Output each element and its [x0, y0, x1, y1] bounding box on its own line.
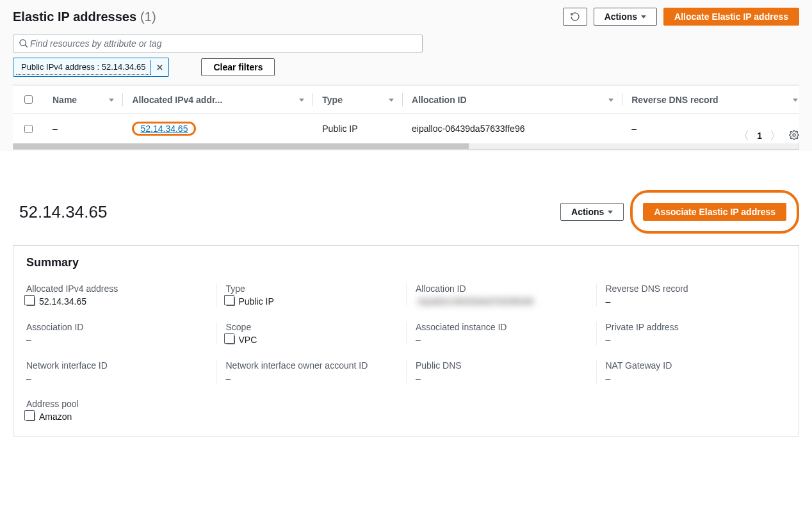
table-settings-button[interactable]: [789, 130, 799, 142]
refresh-button[interactable]: [563, 8, 587, 26]
actions-label: Actions: [571, 207, 604, 217]
field-nat-gateway: NAT Gateway ID –: [596, 360, 786, 383]
filter-row: Public IPv4 address : 52.14.34.65 ✕ Clea…: [13, 58, 799, 77]
caret-down-icon: [641, 15, 646, 19]
field-type: Type Public IP: [216, 284, 407, 307]
field-association-id: Association ID –: [26, 322, 216, 345]
summary-grid: Allocated IPv4 address 52.14.34.65 Type …: [26, 284, 786, 422]
select-all-checkbox[interactable]: [24, 95, 33, 104]
refresh-icon: [570, 12, 580, 22]
pagination: 〈 1 〉: [738, 128, 799, 143]
field-allocation-id: Allocation ID eipalloc-06439da57633ffe96: [406, 284, 596, 307]
copy-icon[interactable]: [226, 297, 235, 306]
svg-point-0: [20, 40, 26, 45]
horizontal-scrollbar[interactable]: [13, 143, 799, 150]
copy-icon[interactable]: [26, 297, 35, 306]
resource-count: (1): [140, 10, 156, 24]
field-address-pool: Address pool Amazon: [26, 399, 216, 422]
detail-header: 52.14.34.65 Actions Associate Elastic IP…: [13, 186, 799, 245]
redacted-value: eipalloc-06439da57633ffe96: [416, 296, 536, 307]
filter-token: Public IPv4 address : 52.14.34.65 ✕: [13, 58, 169, 77]
copy-icon[interactable]: [26, 412, 35, 421]
row-select-checkbox[interactable]: [24, 125, 33, 133]
filter-token-remove[interactable]: ✕: [150, 60, 168, 75]
table-header-row: Name Allocated IPv4 addr... Type Allocat…: [13, 86, 799, 114]
field-nif-owner-account: Network interface owner account ID –: [216, 360, 407, 383]
field-scope: Scope VPC: [216, 322, 407, 345]
col-allocated-ipv4[interactable]: Allocated IPv4 addr...: [123, 86, 313, 114]
clear-filters-button[interactable]: Clear filters: [201, 58, 275, 76]
summary-box: Summary Allocated IPv4 address 52.14.34.…: [13, 245, 799, 436]
sort-icon: [109, 99, 114, 102]
col-reverse-dns[interactable]: Reverse DNS record: [622, 86, 799, 114]
field-reverse-dns: Reverse DNS record –: [596, 284, 786, 307]
next-page-button[interactable]: 〉: [770, 128, 781, 143]
summary-title: Summary: [26, 256, 786, 269]
eip-list-panel: Elastic IP addresses (1) Actions Allocat…: [0, 0, 812, 150]
actions-label: Actions: [605, 12, 637, 22]
sort-icon: [793, 99, 798, 102]
sort-icon: [608, 99, 613, 102]
svg-point-2: [793, 134, 795, 136]
detail-title: 52.14.34.65: [19, 202, 107, 222]
sort-icon: [389, 99, 394, 102]
cell-allocation-id: eipalloc-06439da57633ffe96: [403, 114, 622, 144]
gear-icon: [789, 130, 799, 140]
allocate-eip-button[interactable]: Allocate Elastic IP address: [663, 8, 799, 26]
cell-type: Public IP: [313, 114, 403, 144]
page-title-wrap: Elastic IP addresses (1): [13, 10, 156, 24]
copy-icon[interactable]: [226, 335, 235, 344]
highlight-ring: Associate Elastic IP address: [630, 190, 799, 234]
cell-allocated-ipv4: 52.14.34.65: [123, 114, 313, 144]
search-box[interactable]: [13, 35, 423, 52]
page-title: Elastic IP addresses: [13, 10, 136, 24]
table-row[interactable]: – 52.14.34.65 Public IP eipalloc-06439da…: [13, 114, 799, 144]
detail-actions-dropdown[interactable]: Actions: [560, 203, 624, 221]
header-actions: Actions Allocate Elastic IP address: [563, 8, 799, 26]
field-public-dns: Public DNS –: [406, 360, 596, 383]
col-type[interactable]: Type: [313, 86, 403, 114]
associate-eip-button[interactable]: Associate Elastic IP address: [643, 203, 786, 221]
search-icon: [19, 38, 29, 49]
caret-down-icon: [608, 211, 613, 214]
svg-line-1: [25, 45, 28, 47]
field-associated-instance: Associated instance ID –: [406, 322, 596, 345]
field-allocated-ipv4: Allocated IPv4 address 52.14.34.65: [26, 284, 216, 307]
eip-detail-panel: 52.14.34.65 Actions Associate Elastic IP…: [0, 186, 812, 449]
search-input[interactable]: [29, 38, 417, 49]
sort-icon: [299, 99, 304, 102]
current-page: 1: [757, 131, 762, 141]
filter-token-label: Public IPv4 address : 52.14.34.65: [16, 60, 150, 75]
eip-address-link[interactable]: 52.14.34.65: [140, 124, 188, 134]
detail-actions: Actions Associate Elastic IP address: [560, 190, 799, 234]
cell-name: –: [44, 114, 123, 144]
highlight-ring: 52.14.34.65: [132, 122, 196, 136]
field-network-interface-id: Network interface ID –: [26, 360, 216, 383]
header-row: Elastic IP addresses (1) Actions Allocat…: [13, 8, 799, 26]
col-allocation-id[interactable]: Allocation ID: [403, 86, 622, 114]
actions-dropdown-button[interactable]: Actions: [594, 8, 657, 26]
col-name[interactable]: Name: [44, 86, 123, 114]
eip-table: Name Allocated IPv4 addr... Type Allocat…: [13, 84, 799, 143]
field-private-ip: Private IP address –: [596, 322, 786, 345]
prev-page-button[interactable]: 〈: [738, 128, 749, 143]
